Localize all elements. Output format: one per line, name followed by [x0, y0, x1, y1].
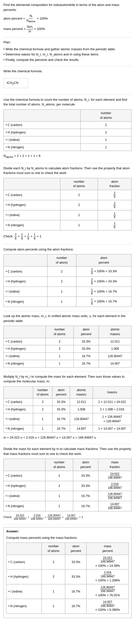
mm-iodine-pct: 16.7%: [52, 413, 70, 425]
af-iodine-atoms: 1: [60, 210, 98, 220]
am-carbon: C (carbon): [4, 338, 46, 345]
table-row: N (nitrogen) 1 16 × 100% = 16.7%: [4, 297, 132, 307]
mm-iodine-mass: 1 × 126.90447= 126.90447: [93, 413, 131, 425]
mf-hydrogen-pct: 33.3%: [73, 481, 98, 491]
divider-3: [3, 94, 132, 95]
divider-9: [3, 524, 132, 525]
ans-col-mass-pct: masspercent: [87, 543, 129, 555]
element-nitrogen-1: N (nitrogen): [4, 144, 81, 151]
atom-fraction-section: Divide each N_i by N_atoms to calculate …: [3, 166, 132, 240]
ans-nitrogen-atoms: 1: [42, 599, 65, 614]
intro-text: Find the elemental composition for iodoa…: [3, 2, 132, 12]
atom-fraction-intro: Divide each N_i by N_atoms to calculate …: [3, 166, 132, 176]
ap-nitrogen-pct: 16 × 100% = 16.7%: [76, 297, 131, 307]
mass-fraction-check: Check: 24.022166.94947 + 2.016166.94947 …: [3, 514, 132, 520]
table-row: C (carbon) 2 33.3% 24.022166.94947: [4, 471, 132, 481]
table-row: C (carbon) 2 26: [4, 190, 132, 200]
am-carbon-mass: 12.011: [99, 338, 131, 345]
mm-nitrogen-atomic: 14.007: [70, 425, 93, 433]
mf-iodine-pct: 16.7%: [73, 491, 98, 501]
ap-hydrogen-atoms: 2: [47, 276, 76, 286]
ap-iodine-atoms: 1: [47, 286, 76, 297]
mm-iodine: I (iodine): [4, 413, 33, 425]
answer-intro: Compute mass percents using the mass fra…: [6, 535, 129, 540]
divider-6: [3, 311, 132, 311]
divider-8: [3, 444, 132, 444]
mass-fraction-table: numberof atoms atompercent massfraction …: [3, 458, 132, 511]
table-row: I (iodine) 1 16 × 100% = 16.7%: [4, 286, 132, 297]
am-iodine-pct: 16.7%: [73, 353, 99, 360]
ap-col-percent: atompercent: [76, 254, 131, 266]
plan-step-1: Write the chemical formula and gather at…: [3, 47, 132, 52]
table-row: C (carbon) 2 33.3% 12.011: [4, 338, 132, 345]
ans-hydrogen-mass-pct: 2.016166.94947× 100% = 1.208%: [87, 570, 129, 584]
am-col-element: [4, 326, 46, 338]
af-iodine: I (iodine): [4, 210, 60, 220]
mf-carbon: C (carbon): [4, 471, 45, 481]
plan-step-3: Finally, compute the percents and check …: [3, 58, 132, 62]
answer-table: numberof atoms atompercent masspercent C…: [6, 542, 129, 614]
mm-col-percent: atompercent: [52, 386, 70, 398]
ans-hydrogen: H (hydrogen): [6, 570, 42, 584]
mol-mass-intro: Multiply N_i by m_i to compute the mass …: [3, 374, 132, 384]
table-row: N (nitrogen) 1 16.7% 14.007 1 × 14.007 =…: [4, 425, 132, 433]
am-nitrogen-atoms: 1: [45, 360, 73, 367]
mm-carbon-mass: 2 × 12.011 = 24.022: [93, 398, 131, 406]
table-row: H (hydrogen) 2 33.3% 2.016166.94947: [4, 481, 132, 491]
am-nitrogen-mass: 14.007: [99, 360, 131, 367]
atom-percent-section: Compute atom percents using the atom fra…: [3, 247, 132, 307]
table-row: H (hydrogen) 2 33.3% 1.008 2 × 1.008 = 2…: [4, 406, 132, 413]
table-row: N (nitrogen) 1 16.7% 14.007: [4, 360, 132, 367]
ap-iodine-pct: 16 × 100% = 16.7%: [76, 286, 131, 297]
answer-section: Answer: Compute mass percents using the …: [3, 527, 132, 618]
ap-hydrogen: H (hydrogen): [4, 276, 47, 286]
mm-carbon-atoms: 2: [33, 398, 52, 406]
table-row: I (iodine) 1 16: [4, 210, 132, 220]
mass-fraction-section: Divide the mass for each element by m to…: [3, 446, 132, 520]
ap-nitrogen: N (nitrogen): [4, 297, 47, 307]
mm-nitrogen-pct: 16.7%: [52, 425, 70, 433]
ap-col-atoms: numberof atoms: [47, 254, 76, 266]
divider-4: [3, 163, 132, 163]
af-iodine-frac: 16: [98, 210, 132, 220]
count-section: Use the chemical formula to count the nu…: [3, 97, 132, 159]
atom-percent-table: numberof atoms atompercent C (carbon) 2 …: [3, 254, 132, 307]
nitrogen-atoms-1: 1: [80, 144, 131, 151]
mm-hydrogen-atoms: 2: [33, 406, 52, 413]
am-col-percent: atompercent: [73, 326, 99, 338]
count-col-atoms: numberof atoms: [80, 110, 131, 122]
table-row: H (hydrogen) 2 33.3% 2.016166.94947× 100…: [6, 570, 129, 584]
plan-list: Write the chemical formula and gather at…: [3, 47, 132, 62]
count-table: numberof atoms C (carbon) 2 H (hydrogen)…: [3, 110, 132, 151]
table-row: I (iodine) 1 16.7% 126.90447166.94947: [4, 491, 132, 501]
ap-hydrogen-pct: 26 × 100% = 33.3%: [76, 276, 131, 286]
element-iodine-1: I (iodine): [4, 136, 81, 144]
ans-iodine-atom-pct: 16.7%: [65, 584, 87, 599]
mm-hydrogen: H (hydrogen): [4, 406, 33, 413]
ans-iodine-atoms: 1: [42, 584, 65, 599]
af-hydrogen: H (hydrogen): [4, 200, 60, 210]
ans-carbon-mass-pct: 24.022166.94947× 100% = 14.39%: [87, 555, 129, 570]
answer-label: Answer:: [6, 529, 129, 534]
chemical-formula: ICH2CN: [3, 78, 28, 88]
ans-iodine: I (iodine): [6, 584, 42, 599]
divider-7: [3, 372, 132, 372]
ans-hydrogen-atoms: 2: [42, 570, 65, 584]
af-hydrogen-frac: 26: [98, 200, 132, 210]
carbon-atoms-1: 2: [80, 122, 131, 129]
mf-col-element: [4, 459, 45, 471]
table-row: I (iodine) 1: [4, 136, 132, 144]
molecular-mass-section: Multiply N_i by m_i to compute the mass …: [3, 374, 132, 440]
element-carbon-1: C (carbon): [4, 122, 81, 129]
table-row: H (hydrogen) 2: [4, 129, 132, 136]
ans-nitrogen-atom-pct: 16.7%: [65, 599, 87, 614]
table-row: I (iodine) 1 16.7% 126.90447: [4, 353, 132, 360]
table-row: C (carbon) 2 33.3% 12.011 2 × 12.011 = 2…: [4, 398, 132, 406]
mm-carbon-atomic: 12.011: [70, 398, 93, 406]
mf-nitrogen-atoms: 1: [45, 501, 73, 511]
ans-nitrogen: N (nitrogen): [6, 599, 42, 614]
mf-col-fraction: massfraction: [98, 459, 131, 471]
ans-carbon-atom-pct: 33.3%: [65, 555, 87, 570]
af-nitrogen: N (nitrogen): [4, 220, 60, 230]
am-hydrogen: H (hydrogen): [4, 345, 46, 353]
